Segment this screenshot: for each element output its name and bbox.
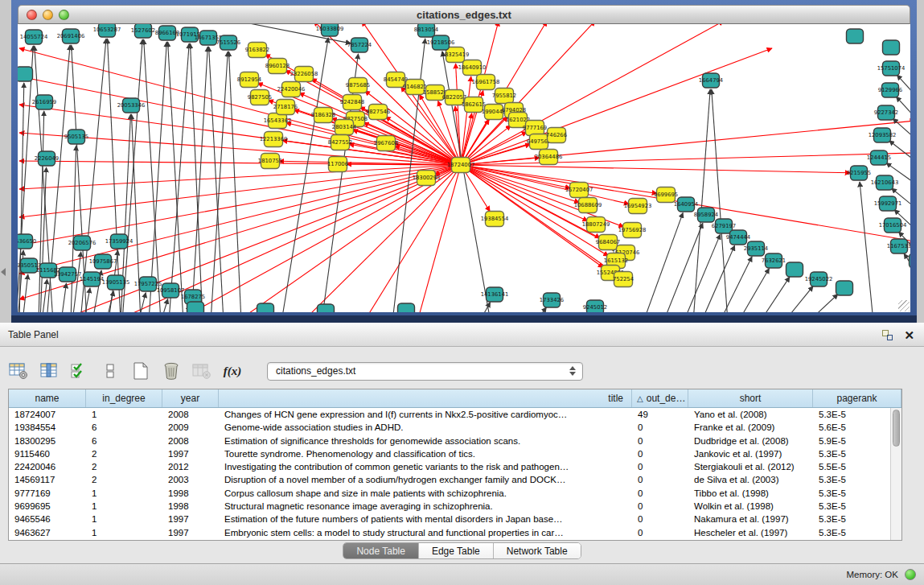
table-cell[interactable]: Hescheler et al. (1997)	[688, 526, 813, 539]
network-node[interactable]	[318, 304, 335, 312]
table-cell[interactable]: 0	[632, 487, 688, 500]
table-cell[interactable]: 0	[632, 435, 688, 447]
column-header-outde[interactable]: △out_de…	[632, 389, 688, 407]
column-header-title[interactable]: title	[219, 389, 632, 407]
column-header-short[interactable]: short	[688, 389, 813, 407]
table-cell[interactable]: Investigating the contribution of common…	[219, 460, 632, 473]
table-cell[interactable]: 18300295	[9, 435, 86, 447]
table-cell[interactable]: Tourette syndrome. Phenomenology and cla…	[219, 447, 632, 460]
table-cell[interactable]: 1	[86, 513, 162, 525]
table-cell[interactable]: 22420046	[9, 460, 86, 473]
table-cell[interactable]: 2	[86, 473, 162, 486]
zoom-button[interactable]	[59, 10, 69, 20]
table-cell[interactable]: 9699695	[9, 500, 86, 513]
network-node[interactable]	[847, 29, 864, 43]
table-cell[interactable]: 18724007	[9, 408, 86, 421]
table-cell[interactable]: 5.6E-5	[813, 421, 901, 434]
table-cell[interactable]: 49	[632, 408, 688, 421]
table-cell[interactable]: Wolkin et al. (1998)	[688, 500, 813, 513]
table-cell[interactable]: Nakamura et al. (1997)	[688, 513, 813, 525]
table-row[interactable]: 969969511998Structural magnetic resonanc…	[9, 500, 901, 513]
table-cell[interactable]: 0	[632, 460, 688, 473]
table-cell[interactable]: 2003	[162, 473, 219, 486]
table-cell[interactable]: 9463627	[9, 526, 86, 539]
resize-grip[interactable]	[898, 300, 910, 311]
table-cell[interactable]: 9777169	[9, 487, 86, 500]
table-cell[interactable]: 9465546	[9, 513, 86, 525]
table-cell[interactable]: Changes of HCN gene expression and I(f) …	[219, 408, 632, 421]
table-cell[interactable]: 0	[632, 526, 688, 539]
table-cell[interactable]: 1	[86, 487, 162, 500]
table-row[interactable]: 1872400712008Changes of HCN gene express…	[9, 408, 901, 421]
table-cell[interactable]: 5.3E-5	[813, 487, 901, 500]
tab-network-table[interactable]: Network Table	[494, 543, 581, 558]
table-cell[interactable]: 2	[86, 460, 162, 473]
row-height-icon[interactable]	[100, 361, 121, 381]
table-cell[interactable]: 1998	[162, 500, 219, 513]
column-header-pagerank[interactable]: pagerank	[813, 389, 901, 407]
table-cell[interactable]: Estimation of significance thresholds fo…	[219, 435, 632, 447]
table-scrollbar[interactable]	[890, 408, 901, 540]
table-cell[interactable]: 2	[86, 447, 162, 460]
tab-node-table[interactable]: Node Table	[343, 543, 419, 558]
close-button[interactable]	[27, 10, 37, 20]
function-icon[interactable]: f(x)	[222, 361, 243, 381]
table-row[interactable]: 2242004622012Investigating the contribut…	[9, 460, 901, 473]
table-selector-dropdown[interactable]: citations_edges.txt	[267, 362, 583, 381]
table-cell[interactable]: 19384554	[9, 421, 86, 434]
table-cell[interactable]: 5.3E-5	[813, 513, 901, 525]
panel-collapse-arrow[interactable]	[1, 268, 6, 276]
table-cell[interactable]: 5.3E-5	[813, 526, 901, 539]
table-cell[interactable]: 0	[632, 447, 688, 460]
minimize-button[interactable]	[43, 10, 53, 20]
table-cell[interactable]: 5.9E-5	[813, 435, 901, 447]
table-cell[interactable]: Estimation of the future numbers of pati…	[219, 513, 632, 525]
table-cell[interactable]: 2008	[162, 435, 219, 447]
table-cell[interactable]: Embryonic stem cells: a model to study s…	[219, 526, 632, 539]
network-node[interactable]	[836, 281, 853, 295]
table-row[interactable]: 1456911722003Disruption of a novel membe…	[9, 473, 901, 486]
table-cell[interactable]: 1997	[162, 526, 219, 539]
table-cell[interactable]: 9115460	[9, 447, 86, 460]
float-panel-icon[interactable]	[882, 330, 893, 340]
network-node[interactable]	[883, 40, 900, 55]
table-row[interactable]: 977716911998Corpus callosum shape and si…	[9, 487, 901, 500]
scrollbar-thumb[interactable]	[893, 410, 900, 447]
select-rows-icon[interactable]	[69, 361, 90, 381]
table-cell[interactable]: 6	[86, 435, 162, 447]
tab-edge-table[interactable]: Edge Table	[419, 543, 494, 558]
network-window-titlebar[interactable]: citations_edges.txt	[18, 5, 910, 24]
new-table-icon[interactable]	[130, 361, 151, 381]
table-cell[interactable]: 2009	[162, 421, 219, 434]
table-cell[interactable]: 5.3E-5	[813, 500, 901, 513]
table-row[interactable]: 946362711997Embryonic stem cells: a mode…	[9, 526, 901, 539]
table-row[interactable]: 1938455462009Genome-wide association stu…	[9, 421, 901, 434]
table-cell[interactable]: Tibbo et al. (1998)	[688, 487, 813, 500]
table-cell[interactable]: Stergiakouli et al. (2012)	[688, 460, 813, 473]
table-row[interactable]: 911546021997Tourette syndrome. Phenomeno…	[9, 447, 901, 460]
table-cell[interactable]: 1	[86, 500, 162, 513]
network-node[interactable]	[187, 302, 204, 312]
column-header-name[interactable]: name	[9, 389, 86, 407]
table-cell[interactable]: 1997	[162, 447, 219, 460]
table-cell[interactable]: 1998	[162, 487, 219, 500]
table-cell[interactable]: 1997	[162, 513, 219, 525]
table-row[interactable]: 1830029562008Estimation of significance …	[9, 435, 901, 447]
table-cell[interactable]: 5.3E-5	[813, 408, 901, 421]
table-cell[interactable]: 0	[632, 500, 688, 513]
network-node[interactable]	[910, 253, 911, 268]
network-node[interactable]	[786, 262, 803, 277]
table-cell[interactable]: Yano et al. (2008)	[688, 408, 813, 421]
table-cell[interactable]: 6	[86, 421, 162, 434]
table-cell[interactable]: 1	[86, 526, 162, 539]
table-cell[interactable]: Dudbridge et al. (2008)	[688, 435, 813, 447]
table-settings-icon[interactable]	[8, 361, 29, 381]
table-cell[interactable]: Jankovic et al. (1997)	[688, 447, 813, 460]
table-cell[interactable]: 2012	[162, 460, 219, 473]
network-node[interactable]	[398, 303, 415, 312]
table-column-icon[interactable]	[39, 361, 60, 381]
table-row[interactable]: 946554611997Estimation of the future num…	[9, 513, 901, 525]
table-cell[interactable]: 0	[632, 473, 688, 486]
table-cell[interactable]: 0	[632, 513, 688, 525]
column-header-year[interactable]: year	[162, 389, 219, 407]
